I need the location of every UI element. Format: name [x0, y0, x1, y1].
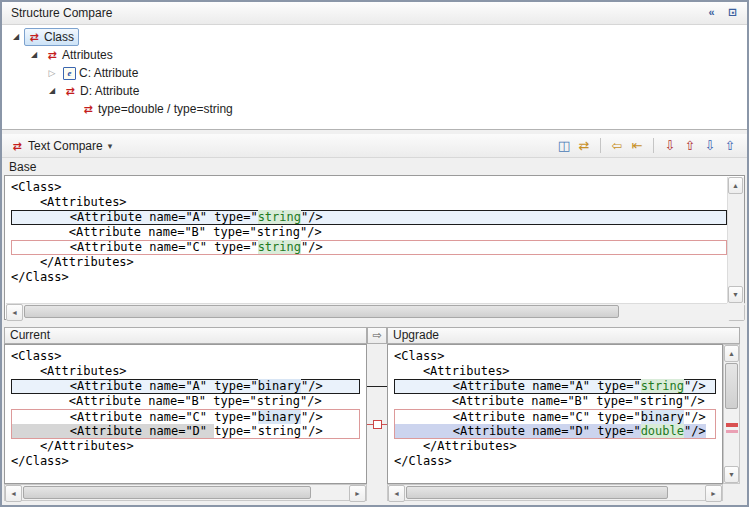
code-text: <Attribute name="B" type="string"/> — [11, 394, 322, 408]
next-change-icon[interactable]: ⇩ — [701, 137, 719, 155]
base-code-area[interactable]: <Class> <Attributes> <Attribute name="A"… — [5, 176, 733, 306]
code-line: <Attribute name="B" type="string"/> — [11, 225, 727, 240]
scroll-right-button[interactable]: ► — [349, 485, 366, 502]
tree-node[interactable]: ⇄Class — [24, 28, 79, 46]
code-line: </Class> — [394, 454, 716, 469]
code-text: <Attribute name="B" type="string"/> — [11, 225, 322, 239]
scroll-right-button[interactable]: ► — [705, 485, 722, 502]
current-pane: <Class> <Attributes> <Attribute name="A"… — [4, 344, 367, 484]
scroll-up-button[interactable]: ▲ — [724, 345, 739, 362]
collapse-arrow-icon[interactable]: ◢ — [26, 46, 42, 64]
text-compare-title: Text Compare — [28, 139, 103, 153]
tree-node[interactable]: eC: Attribute — [60, 64, 143, 82]
conflict-connector-handle[interactable] — [373, 420, 382, 429]
switch-compare-viewer-icon[interactable]: ◫ — [555, 137, 573, 155]
diff-token: binary — [258, 379, 301, 393]
code-text: <Attribute name="C" type=" — [12, 240, 258, 254]
diff-overview-marker[interactable] — [726, 423, 738, 427]
code-text: "/> — [301, 210, 323, 224]
chevron-down-icon[interactable]: ▾ — [108, 141, 113, 151]
diff-connector-line[interactable] — [367, 386, 387, 387]
copy-all-right-to-left-icon[interactable]: ⇦ — [608, 137, 626, 155]
toolbar-separator — [653, 138, 654, 153]
code-line: </Attributes> — [11, 439, 360, 454]
collapse-all-icon[interactable]: « — [703, 4, 720, 21]
scroll-left-button[interactable]: ◄ — [6, 304, 23, 321]
current-pane-label: Current — [10, 328, 50, 342]
scroll-left-button[interactable]: ◄ — [5, 485, 22, 502]
code-line: <Attributes> — [11, 364, 360, 379]
code-text: <Attribute name="C" type=" — [12, 410, 258, 424]
diff-connector-column — [367, 344, 387, 484]
previous-difference-icon[interactable]: ⇧ — [681, 137, 699, 155]
tree-item-label: D: Attribute — [80, 82, 139, 100]
connector-header: ⇨ — [367, 327, 387, 344]
code-line: </Attributes> — [394, 439, 716, 454]
code-text: </Attributes> — [394, 439, 517, 453]
code-text: "/> — [301, 240, 323, 254]
collapse-arrow-icon[interactable]: ◢ — [8, 28, 24, 46]
code-text: <Class> — [11, 180, 62, 194]
scrollbar-corner — [727, 303, 744, 320]
upgrade-horizontal-scrollbar[interactable]: ◄ ► — [387, 484, 723, 501]
swap-left-right-icon[interactable]: ⇄ — [575, 137, 593, 155]
tree-node[interactable]: ⇄D: Attribute — [60, 82, 144, 100]
current-pane-header: Current — [4, 327, 367, 344]
upgrade-pane-label: Upgrade — [393, 328, 439, 342]
diff-token: binary — [258, 410, 301, 424]
tree-item-attributes[interactable]: ◢⇄Attributes — [2, 46, 747, 64]
base-vertical-scrollbar[interactable]: ▲ ▼ — [727, 177, 744, 303]
diff-token: <Attribute name="D" type=" — [395, 424, 641, 438]
code-line: <Class> — [394, 349, 716, 364]
upgrade-code-area[interactable]: <Class> <Attributes> <Attribute name="A"… — [388, 345, 722, 483]
code-line: </Class> — [11, 454, 360, 469]
toolbar-separator — [600, 138, 601, 153]
scrollbar-thumb[interactable] — [406, 486, 668, 499]
code-text: <Attributes> — [11, 364, 127, 378]
code-text: <Attribute name="C" type=" — [395, 410, 641, 424]
scroll-down-button[interactable]: ▼ — [728, 286, 743, 303]
upgrade-pane: <Class> <Attributes> <Attribute name="A"… — [387, 344, 723, 484]
restore-pane-icon[interactable]: ⊡ — [724, 4, 741, 21]
tree-item-d-attribute[interactable]: ◢⇄D: Attribute — [2, 82, 747, 100]
diff-token: string — [258, 210, 301, 224]
code-line: <Class> — [11, 180, 727, 195]
text-compare-header: ⇄ Text Compare ▾ ◫⇄⇦⇤⇩⇧⇩⇧ — [2, 134, 747, 158]
element-icon: e — [63, 67, 76, 80]
text-compare-toolbar: ◫⇄⇦⇤⇩⇧⇩⇧ — [555, 137, 739, 155]
collapse-arrow-icon[interactable]: ◢ — [44, 82, 60, 100]
code-line: </Class> — [11, 270, 727, 285]
previous-change-icon[interactable]: ⇧ — [721, 137, 739, 155]
base-horizontal-scrollbar[interactable]: ◄ ► — [6, 303, 745, 320]
code-line: <Attribute name="B" type="string"/> — [394, 394, 716, 409]
code-line: <Attributes> — [11, 195, 727, 210]
next-difference-icon[interactable]: ⇩ — [661, 137, 679, 155]
structure-tree: ◢⇄Class◢⇄Attributes▷eC: Attribute◢⇄D: At… — [2, 25, 747, 129]
scroll-down-button[interactable]: ▼ — [724, 466, 739, 483]
upgrade-vertical-scrollbar[interactable]: ▲ ▼ — [723, 344, 740, 484]
scrollbar-corner — [723, 484, 740, 501]
conflict-change-icon: ⇄ — [45, 49, 59, 61]
base-pane-label: Base — [9, 160, 36, 174]
scrollbar-thumb[interactable] — [23, 486, 311, 499]
tree-item-c-attribute[interactable]: ▷eC: Attribute — [2, 64, 747, 82]
tree-item-class[interactable]: ◢⇄Class — [2, 28, 747, 46]
diff-overview-marker[interactable] — [726, 430, 738, 433]
diff-token: double — [641, 424, 684, 438]
current-horizontal-scrollbar[interactable]: ◄ ► — [4, 484, 367, 501]
current-code-area[interactable]: <Class> <Attributes> <Attribute name="A"… — [5, 345, 366, 483]
code-text: "/> — [684, 379, 706, 393]
tree-node[interactable]: ⇄type=double / type=string — [78, 100, 238, 118]
scrollbar-thumb[interactable] — [24, 305, 619, 318]
scrollbar-thumb[interactable] — [725, 363, 738, 409]
tree-node[interactable]: ⇄Attributes — [42, 46, 118, 64]
scroll-up-button[interactable]: ▲ — [728, 177, 743, 194]
upgrade-pane-header: Upgrade — [387, 327, 740, 344]
tree-item-type-double-type-string[interactable]: ⇄type=double / type=string — [2, 100, 747, 118]
expand-arrow-icon[interactable]: ▷ — [44, 64, 60, 82]
tree-item-label: Class — [44, 28, 74, 46]
code-text: <Attribute name="B" type="string"/> — [394, 394, 705, 408]
scroll-left-button[interactable]: ◄ — [388, 485, 405, 502]
code-text: <Attribute name="A" type=" — [395, 379, 641, 393]
copy-current-right-to-left-icon[interactable]: ⇤ — [628, 137, 646, 155]
